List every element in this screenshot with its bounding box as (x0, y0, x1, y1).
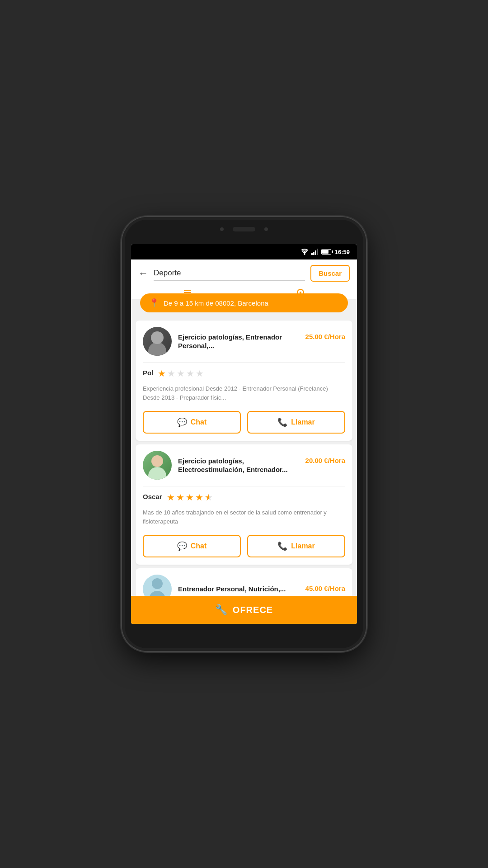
svg-rect-2 (313, 252, 314, 255)
card-top-2: Ejercicio patologías, Electroestimulació… (136, 444, 352, 486)
svg-point-0 (304, 254, 305, 255)
speaker (233, 227, 255, 231)
stars-1: ★ ★ ★ ★ ★ (158, 368, 204, 379)
stars-2: ★ ★ ★ ★ ★★ (167, 492, 213, 503)
card-profile-2: Oscar ★ ★ ★ ★ ★★ (136, 486, 352, 508)
card-actions-2: 💬 Chat 📞 Llamar (136, 531, 352, 565)
avatar-2 (143, 451, 172, 480)
ofrece-label: OFRECE (233, 605, 273, 615)
location-text: De 9 a 15 km de 08002, Barcelona (164, 299, 268, 307)
star-2-1: ★ (167, 492, 175, 503)
phone-shell: 16:59 ← Buscar 📍 De 9 a 15 km de 08002, … (122, 217, 366, 651)
llamar-label-1: Llamar (291, 418, 314, 426)
phone-icon-2: 📞 (277, 541, 287, 551)
signal-icon (311, 249, 319, 255)
chat-icon-2: 💬 (177, 541, 187, 551)
card-price-3: 45.00 €/Hora (305, 585, 345, 592)
card-info-2: Ejercicio patologías, Electroestimulació… (178, 457, 345, 474)
card-title-3: Entrenador Personal, Nutrición,... (178, 585, 286, 594)
profile-name-2: Oscar (143, 493, 162, 500)
trainer-card-3: Entrenador Personal, Nutrición,... 45.00… (136, 568, 352, 596)
avatar-1 (143, 327, 172, 356)
avatar-head (152, 578, 163, 589)
wifi-icon (300, 249, 309, 255)
svg-rect-4 (317, 249, 318, 255)
card-info-3: Entrenador Personal, Nutrición,... 45.00… (178, 585, 345, 594)
card-title-1: Ejercicio patologías, Entrenador Persona… (178, 333, 305, 350)
profile-name-1: Pol (143, 369, 153, 377)
status-icons (300, 249, 331, 255)
star-2-5: ★★ (205, 492, 213, 503)
svg-rect-1 (311, 253, 313, 255)
chat-button-2[interactable]: 💬 Chat (143, 535, 241, 557)
card-title-2: Ejercicio patologías, Electroestimulació… (178, 457, 305, 474)
camera (220, 227, 224, 231)
card-desc-1: Experiencia profesional Desde 2012 - Ent… (136, 384, 352, 407)
llamar-button-1[interactable]: 📞 Llamar (247, 411, 345, 434)
chat-label-2: Chat (191, 542, 207, 550)
ofrece-bar[interactable]: 🔧 OFRECE (131, 596, 357, 624)
avatar-3 (143, 575, 172, 596)
phone-icon-1: 📞 (277, 417, 287, 427)
star-1-2: ★ (167, 368, 175, 379)
star-2-2: ★ (176, 492, 184, 503)
card-top-1: Ejercicio patologías, Entrenador Persona… (136, 321, 352, 362)
chat-button-1[interactable]: 💬 Chat (143, 411, 241, 434)
profile-name-row-2: Oscar ★ ★ ★ ★ ★★ (143, 492, 345, 503)
content-area[interactable]: Ejercicio patologías, Entrenador Persona… (131, 312, 357, 596)
status-time: 16:59 (335, 249, 350, 255)
battery-icon (321, 249, 331, 255)
star-2-3: ★ (186, 492, 194, 503)
trainer-card-1: Ejercicio patologías, Entrenador Persona… (136, 321, 352, 441)
top-bar: ← Buscar (131, 259, 357, 287)
card-price-1: 25.00 €/Hora (305, 333, 345, 340)
profile-name-row-1: Pol ★ ★ ★ ★ ★ (143, 368, 345, 379)
card-desc-2: Mas de 10 años trabajando en el sector d… (136, 508, 352, 531)
sensor (264, 227, 268, 231)
card-price-2: 20.00 €/Hora (305, 457, 345, 464)
buscar-button[interactable]: Buscar (310, 265, 350, 282)
svg-rect-5 (184, 290, 191, 291)
screen: 16:59 ← Buscar 📍 De 9 a 15 km de 08002, … (131, 244, 357, 624)
battery-fill (322, 250, 328, 254)
card-profile-1: Pol ★ ★ ★ ★ ★ (136, 363, 352, 384)
star-2-4: ★ (195, 492, 203, 503)
trainer-card-2: Ejercicio patologías, Electroestimulació… (136, 444, 352, 565)
search-input[interactable] (154, 266, 305, 281)
location-banner: 📍 De 9 a 15 km de 08002, Barcelona (140, 293, 348, 312)
wrench-icon: 🔧 (215, 604, 227, 616)
star-1-4: ★ (186, 368, 194, 379)
card-actions-1: 💬 Chat 📞 Llamar (136, 407, 352, 441)
llamar-label-2: Llamar (291, 542, 314, 550)
star-1-3: ★ (177, 368, 185, 379)
llamar-button-2[interactable]: 📞 Llamar (247, 535, 345, 557)
star-1-5: ★ (196, 368, 204, 379)
back-button[interactable]: ← (138, 268, 148, 279)
chat-label-1: Chat (191, 418, 207, 426)
avatar-body (149, 591, 165, 596)
card-info-1: Ejercicio patologías, Entrenador Persona… (178, 333, 345, 350)
star-1-1: ★ (158, 368, 166, 379)
svg-rect-3 (315, 250, 316, 255)
pin-icon: 📍 (149, 298, 159, 308)
svg-rect-6 (184, 292, 191, 293)
status-bar: 16:59 (131, 244, 357, 259)
card-top-3: Entrenador Personal, Nutrición,... 45.00… (136, 568, 352, 596)
chat-icon-1: 💬 (177, 417, 187, 427)
